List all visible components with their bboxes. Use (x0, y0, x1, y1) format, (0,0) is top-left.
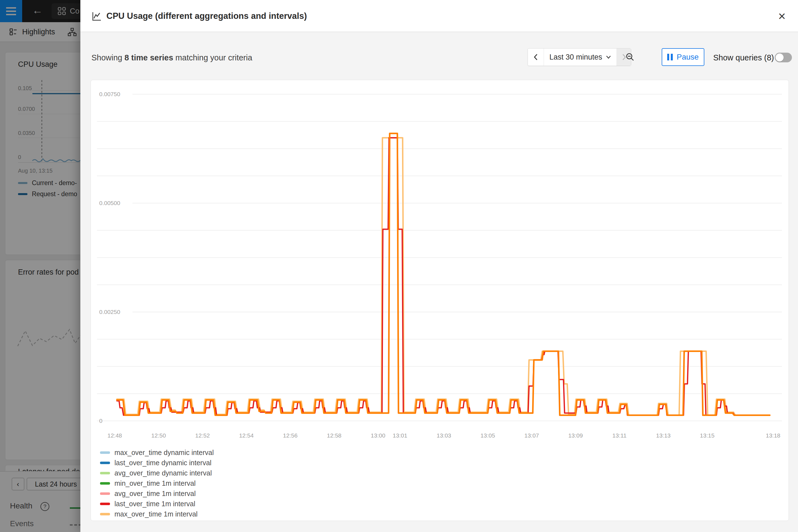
legend-swatch (100, 492, 110, 495)
legend-label: max_over_time 1m interval (114, 510, 197, 518)
timeframe-dropdown[interactable]: Last 30 minutes (544, 49, 616, 66)
x-axis-tick-label: 12:48 (108, 432, 122, 439)
pause-button[interactable]: Pause (662, 48, 704, 66)
y-axis-tick-label: 0.00500 (99, 200, 120, 206)
y-axis-tick-label: 0.00250 (99, 309, 120, 315)
x-axis-tick-label: 13:13 (656, 432, 671, 439)
legend-swatch (100, 472, 110, 474)
zoom-out-icon (625, 52, 635, 62)
timeframe-label: Last 30 minutes (549, 53, 602, 61)
legend-item[interactable]: max_over_time dynamic interval (100, 448, 214, 458)
modal-header: CPU Usage (different aggregations and in… (80, 0, 798, 32)
time-navigation-group: Last 30 minutes (528, 48, 631, 66)
chart-legend: max_over_time dynamic intervallast_over_… (100, 448, 214, 519)
legend-label: min_over_time 1m interval (114, 479, 196, 488)
x-axis-tick-label: 13:15 (700, 432, 715, 439)
x-axis-tick-label: 13:01 (393, 432, 407, 439)
timeseries-chart-card: 0.007500.005000.00250012:4812:5012:5212:… (91, 80, 789, 521)
x-axis-tick-label: 12:58 (327, 432, 342, 439)
legend-item[interactable]: avg_over_time 1m interval (100, 489, 214, 499)
series-max-over-time-1m-interval (117, 138, 770, 415)
chevron-left-icon (533, 54, 539, 61)
legend-item[interactable]: last_over_time dynamic interval (100, 458, 214, 468)
legend-swatch (100, 482, 110, 484)
modal-title: CPU Usage (different aggregations and in… (107, 11, 307, 21)
x-axis-tick-label: 13:11 (612, 432, 626, 439)
pause-label: Pause (677, 53, 699, 61)
x-axis-tick-label: 12:54 (239, 432, 254, 439)
series-last-over-time-1m-interval (117, 138, 770, 415)
x-axis-tick-label: 12:56 (283, 432, 298, 439)
line-chart-icon (92, 11, 102, 22)
legend-item[interactable]: min_over_time 1m interval (100, 478, 214, 489)
toggle-knob (776, 54, 784, 61)
legend-swatch (100, 462, 110, 464)
x-axis-tick-label: 12:52 (195, 432, 210, 439)
x-axis-tick-label: 13:18 (766, 432, 781, 439)
legend-label: max_over_time dynamic interval (114, 449, 214, 457)
y-axis-tick-label: 0.00750 (99, 91, 120, 97)
close-icon[interactable]: × (773, 7, 791, 25)
legend-label: avg_over_time dynamic interval (114, 469, 212, 477)
legend-label: avg_over_time 1m interval (114, 490, 196, 498)
pause-icon (667, 54, 673, 60)
showing-series-text: Showing 8 time series matching your crit… (92, 53, 252, 62)
legend-swatch (100, 513, 110, 515)
x-axis-tick-label: 13:07 (525, 432, 539, 439)
x-axis-tick-label: 13:09 (568, 432, 583, 439)
legend-item[interactable]: max_over_time 1m interval (100, 509, 214, 519)
legend-swatch (100, 451, 110, 454)
chart-modal: CPU Usage (different aggregations and in… (80, 0, 798, 532)
legend-item[interactable]: last_over_time 1m interval (100, 499, 214, 509)
x-axis-tick-label: 13:05 (480, 432, 495, 439)
x-axis-tick-label: 13:03 (437, 432, 451, 439)
x-axis-tick-label: 13:00 (371, 432, 385, 439)
legend-label: last_over_time 1m interval (114, 500, 195, 508)
time-back-button[interactable] (528, 49, 544, 66)
zoom-out-button[interactable] (622, 48, 639, 66)
y-axis-tick-label: 0 (99, 418, 102, 424)
chevron-down-icon (606, 55, 611, 59)
legend-label: last_over_time dynamic interval (114, 459, 211, 467)
x-axis-tick-label: 12:50 (151, 432, 166, 439)
show-queries-label: Show queries (8) (713, 53, 774, 62)
legend-swatch (100, 502, 110, 505)
legend-item[interactable]: avg_over_time dynamic interval (100, 468, 214, 478)
show-queries-toggle[interactable] (775, 53, 792, 62)
